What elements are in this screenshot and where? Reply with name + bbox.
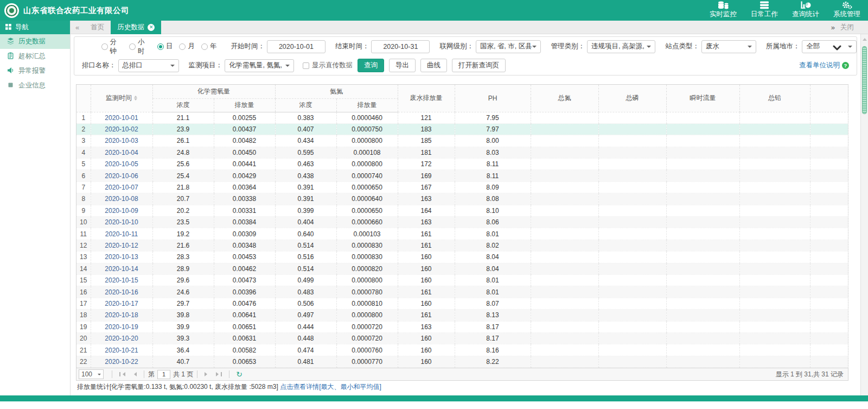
prev-page-icon[interactable] (129, 372, 140, 376)
nh3_e-cell: 0.0000800 (336, 274, 398, 286)
filter-collapse-icon[interactable] (833, 43, 841, 53)
manage-type-select[interactable]: 违规项目, 高架源, (587, 40, 655, 53)
outlet-select[interactable]: 总排口 (118, 59, 179, 72)
period-radio[interactable]: 月 (179, 37, 195, 56)
col-header-ph[interactable]: PH (455, 85, 531, 112)
ph-cell: 8.11 (455, 159, 531, 170)
table-row[interactable]: 162020-10-1624.60.003960.4830.0000780161… (76, 286, 848, 298)
table-row[interactable]: 32020-10-0326.10.004820.4340.00008001858… (76, 135, 848, 147)
scroll-up-icon[interactable] (863, 36, 867, 41)
col-header-nh3-emission[interactable]: 排放量 (336, 98, 398, 112)
col-header-time[interactable]: 监测时间 (91, 85, 152, 112)
export-button[interactable]: 导出 (389, 59, 416, 72)
page-size-select[interactable]: 100 (79, 369, 104, 379)
city-select[interactable]: 全部 (802, 40, 857, 53)
table-row[interactable]: 192020-10-1939.90.006510.4440.0000720163… (76, 321, 848, 332)
nh3_c-cell: 0.514 (275, 263, 336, 274)
table-row[interactable]: 102020-10-1023.50.003840.4040.0000660163… (76, 217, 848, 228)
period-radio[interactable]: 小时 (129, 37, 150, 56)
table-row[interactable]: 112020-10-1119.20.003090.6400.0001031618… (76, 228, 848, 240)
col-header-total-lead[interactable]: 总铅 (739, 85, 810, 112)
scrollbar-thumb[interactable] (862, 46, 867, 114)
col-header-cod-conc[interactable]: 浓度 (152, 98, 214, 112)
flow-cell (666, 217, 739, 228)
col-header-nh3-conc[interactable]: 浓度 (275, 98, 336, 112)
start-date-input[interactable] (267, 40, 326, 53)
table-row[interactable]: 172020-10-1729.70.004760.5060.0000810160… (76, 298, 848, 309)
top-nav-realtime-monitor[interactable]: 实时监控 (710, 1, 737, 19)
table-row[interactable]: 22020-10-0223.90.004370.4070.00007501837… (76, 123, 848, 135)
table-row[interactable]: 222020-10-2240.70.006530.4810.0000770160… (76, 356, 848, 367)
table-row[interactable]: 212020-10-2136.40.005820.4740.0000760160… (76, 344, 848, 356)
table-row[interactable]: 82020-10-0820.70.003380.3910.00006401638… (76, 193, 848, 205)
date-cell: 2020-10-13 (91, 251, 152, 263)
company-name: 山东省联合农药工业有限公司 (23, 5, 129, 16)
query-button[interactable]: 查询 (358, 59, 384, 72)
tabs-collapse-left-icon[interactable]: « (71, 23, 84, 32)
sidebar-item-company-info[interactable]: 企业信息 (0, 78, 70, 93)
cod_e-cell: 0.00651 (214, 321, 275, 332)
row-number-cell: 22 (76, 356, 91, 367)
top-nav-query-stats[interactable]: 查询统计 (792, 1, 819, 19)
top-nav-system-admin[interactable]: 系统管理 (833, 1, 860, 19)
refresh-icon[interactable]: ↻ (233, 370, 245, 379)
filler-header (810, 85, 848, 112)
sidebar-header: 导航 (0, 21, 70, 34)
table-row[interactable]: 42020-10-0424.80.004500.5950.0001081818.… (76, 147, 848, 158)
table-row[interactable]: 152020-10-1529.60.004730.4990.0000800160… (76, 274, 848, 286)
ph-cell: 7.95 (455, 112, 531, 123)
sidebar-item-history-data[interactable]: 历史数据 (0, 34, 70, 49)
table-row[interactable]: 142020-10-1428.90.004620.5140.0000820160… (76, 263, 848, 274)
period-radio[interactable]: 年 (201, 37, 217, 56)
view-detail-link[interactable]: 点击查看详情[最大、最小和平均值] (280, 383, 381, 391)
row-number-cell: 6 (76, 170, 91, 181)
table-row[interactable]: 122020-10-1221.60.003480.5140.0000830161… (76, 240, 848, 251)
sidebar-item-exceed-summary[interactable]: 超标汇总 (0, 49, 70, 64)
help-icon[interactable]: ? (842, 62, 849, 69)
top-nav-daily-work[interactable]: 日常工作 (751, 1, 778, 19)
table-row[interactable]: 62020-10-0625.40.004290.4380.00007401698… (76, 170, 848, 181)
table-row[interactable]: 72020-10-0721.80.003640.3910.00006501678… (76, 181, 848, 193)
waste-cell: 163 (398, 217, 455, 228)
col-header-total-nitrogen[interactable]: 总氮 (531, 85, 598, 112)
waste-cell: 164 (398, 205, 455, 216)
nh3_e-cell: 0.0000800 (336, 159, 398, 170)
table-row[interactable]: 132020-10-1328.30.004530.5160.0000830160… (76, 251, 848, 263)
close-tab-icon[interactable]: ✕ (148, 24, 155, 31)
filler-cell (810, 274, 848, 286)
col-header-total-phosphorus[interactable]: 总磷 (598, 85, 666, 112)
unit-help-link[interactable]: 查看单位说明 (799, 61, 840, 70)
tab-history-data[interactable]: 历史数据 ✕ (111, 21, 161, 34)
radio-icon (101, 43, 108, 50)
vertical-scrollbar[interactable] (860, 34, 868, 395)
table-row[interactable]: 52020-10-0525.60.004410.4630.00008001728… (76, 159, 848, 170)
table-row[interactable]: 12020-10-0121.10.002550.3830.00004601217… (76, 112, 848, 123)
next-page-icon[interactable] (201, 372, 213, 376)
last-page-icon[interactable] (213, 372, 225, 376)
cod_e-cell: 0.00309 (214, 228, 275, 240)
col-header-instant-flow[interactable]: 瞬时流量 (666, 85, 739, 112)
table-row[interactable]: 182020-10-1839.80.006410.4970.0000800161… (76, 310, 848, 321)
site-type-select[interactable]: 废水 (701, 40, 756, 53)
sidebar-item-abnormal-alarm[interactable]: 异常报警 (0, 64, 70, 78)
open-new-query-button[interactable]: 打开新查询页 (452, 59, 506, 72)
period-radio[interactable]: 分钟 (101, 37, 123, 56)
end-date-input[interactable] (371, 40, 430, 53)
curve-button[interactable]: 曲线 (420, 59, 447, 72)
monitor-items-select[interactable]: 化学需氧量, 氨氮, (225, 59, 294, 72)
period-radio[interactable]: 日 (157, 37, 173, 56)
tp-cell (598, 286, 666, 298)
col-header-cod-emission[interactable]: 排放量 (214, 98, 275, 112)
tabs-expand-right-icon[interactable]: » (831, 23, 835, 32)
tab-home[interactable]: 首页 (84, 21, 111, 34)
network-level-select[interactable]: 国家, 省, 市, 区县 (476, 40, 541, 53)
col-header-wastewater[interactable]: 废水排放量 (398, 85, 455, 112)
first-page-icon[interactable] (116, 372, 129, 376)
close-all-tabs[interactable]: 关闭 (840, 23, 854, 32)
table-row[interactable]: 92020-10-0920.20.003310.3990.00006501648… (76, 205, 848, 216)
page-number-input[interactable] (157, 370, 170, 379)
table-row[interactable]: 202020-10-2039.30.006310.4480.0000720160… (76, 332, 848, 344)
waste-cell: 161 (398, 240, 455, 251)
direct-data-checkbox[interactable] (303, 62, 309, 69)
waste-cell: 161 (398, 310, 455, 321)
